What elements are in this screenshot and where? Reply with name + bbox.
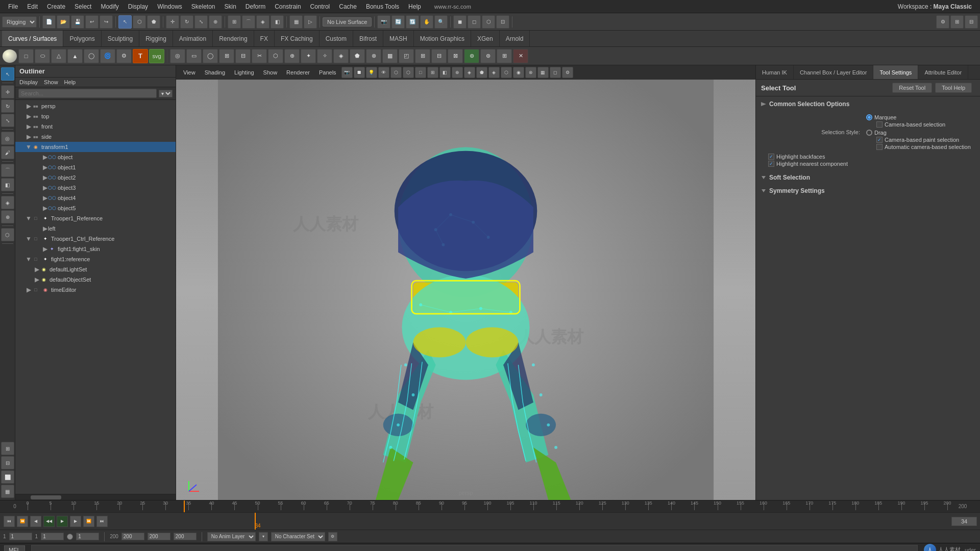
display-btn3[interactable]: ⬡ [482, 15, 495, 29]
vp-icon-btn-7[interactable]: ⊞ [427, 67, 438, 78]
tab-rendering[interactable]: Rendering [213, 31, 254, 46]
expand-arrow[interactable]: ▶ [34, 277, 40, 283]
display-lt2[interactable]: ⊟ [1, 456, 14, 469]
shelf-extra3[interactable]: ⊞ [497, 49, 512, 63]
open-scene-btn[interactable]: 📂 [57, 15, 70, 29]
step-fwd-btn[interactable]: ▶ [70, 516, 81, 527]
paint-lt[interactable]: 🖌 [1, 146, 14, 159]
tab-curves---surfaces[interactable]: Curves / Surfaces [2, 31, 63, 46]
tab-fx-caching[interactable]: FX Caching [275, 31, 320, 46]
tree-item-Trooper1-Ctrl-Reference[interactable]: ▼□✦Trooper1_Ctrl_Reference [15, 234, 176, 244]
undo-btn[interactable]: ↩ [85, 15, 99, 29]
redo-btn[interactable]: ↪ [100, 15, 113, 29]
shelf-deform2[interactable]: ⊟ [431, 49, 447, 63]
rotate-btn[interactable]: ↻ [180, 15, 193, 29]
vp-icon-btn-11[interactable]: ⬟ [476, 67, 487, 78]
shelf-text[interactable]: T [133, 49, 148, 63]
shelf-edit7[interactable]: ⬟ [350, 49, 365, 63]
play-fwd-btn[interactable]: ▶ [57, 516, 68, 527]
dolly-btn[interactable]: 🔄 [391, 15, 405, 29]
tab-sculpting[interactable]: Sculpting [102, 31, 139, 46]
right-tab-attribute-editor[interactable]: Attribute Editor [918, 65, 968, 79]
tree-item-object5[interactable]: ▶⬡⬡object5 [15, 203, 176, 213]
menu-item-bonus-tools[interactable]: Bonus Tools [362, 2, 403, 11]
tree-item-transform1[interactable]: ▼◉transform1 [15, 142, 176, 152]
mel-btn[interactable]: MEL [4, 545, 25, 552]
vp-icon-btn-8[interactable]: ◧ [439, 67, 451, 78]
timeline-track[interactable]: 34 [113, 513, 946, 530]
vp-icon-btn-0[interactable]: 📷 [341, 67, 353, 78]
step-back-btn[interactable]: ◀ [30, 516, 41, 527]
camera-paint-checkbox[interactable] [876, 137, 883, 143]
vp-icon-btn-13[interactable]: ⬡ [501, 67, 512, 78]
shelf-sphere[interactable]: ○ [2, 49, 17, 63]
shelf-extra4[interactable]: ✕ [513, 49, 528, 63]
right-tab-human-ik[interactable]: Human IK [756, 65, 794, 79]
vp-icon-btn-12[interactable]: ◈ [488, 67, 500, 78]
shelf-edit9[interactable]: ▦ [382, 49, 398, 63]
right-btn2[interactable]: ⊞ [950, 15, 964, 29]
move-tool-lt[interactable]: ✛ [1, 85, 14, 98]
search-input[interactable] [18, 89, 157, 98]
snap-curve-btn[interactable]: ⌒ [242, 15, 255, 29]
expand-arrow[interactable]: ▶ [42, 246, 48, 252]
shelf-edit6[interactable]: ◈ [333, 49, 349, 63]
menu-item-control[interactable]: Control [306, 2, 334, 11]
outliner-menu-display[interactable]: Display [19, 79, 38, 85]
select-tool-btn[interactable]: ↖ [118, 15, 132, 29]
shelf-deform3[interactable]: ⊠ [448, 49, 463, 63]
save-scene-btn[interactable]: 💾 [71, 15, 84, 29]
curve-lt[interactable]: ⌒ [1, 164, 14, 177]
expand-arrow[interactable]: ▶ [34, 266, 40, 272]
mode-dropdown[interactable]: Rigging [2, 16, 37, 28]
expand-arrow[interactable]: ▼ [26, 144, 32, 150]
shelf-edit2[interactable]: ⬡ [268, 49, 283, 63]
highlight-backfaces-checkbox[interactable] [768, 154, 774, 160]
shelf-edit4[interactable]: ✦ [301, 49, 316, 63]
tree-item-object3[interactable]: ▶⬡⬡object3 [15, 183, 176, 193]
shelf-helix[interactable]: 🌀 [100, 49, 115, 63]
play-end-input[interactable] [148, 533, 170, 540]
drag-radio[interactable] [866, 130, 872, 136]
viewport[interactable]: ViewShadingLightingShowRendererPanels📷🔲💡… [176, 65, 755, 500]
tree-item-timeEditor[interactable]: ▶□◉timeEditor [15, 285, 176, 295]
tool-help-btn[interactable]: Tool Help [935, 83, 972, 93]
display-lt3[interactable]: ⬜ [1, 470, 14, 484]
play-start-input[interactable] [41, 533, 64, 540]
expand-arrow[interactable]: ▶ [42, 174, 48, 181]
expand-arrow[interactable]: ▶ [42, 154, 48, 160]
viewport-menu-lighting[interactable]: Lighting [230, 68, 258, 77]
tree-item-top[interactable]: ▶■■top [15, 111, 176, 121]
scroll-thumb[interactable] [31, 495, 61, 499]
shelf-edit1[interactable]: ✂ [252, 49, 267, 63]
tree-item-fight1-reference[interactable]: ▼□✦fight1:reference [15, 254, 176, 264]
menu-item-modify[interactable]: Modify [96, 2, 122, 11]
expand-arrow[interactable]: ▶ [42, 226, 48, 232]
viewport-menu-panels[interactable]: Panels [315, 68, 340, 77]
expand-arrow[interactable]: ▶ [26, 134, 32, 140]
snap-surface-btn[interactable]: ◧ [271, 15, 284, 29]
common-selection-section-header[interactable]: Common Selection Options [756, 98, 980, 110]
end-frame-input[interactable] [121, 533, 144, 540]
vp-icon-btn-4[interactable]: ⬡ [390, 67, 402, 78]
right-btn3[interactable]: ⊟ [965, 15, 978, 29]
play-back-btn[interactable]: ◀◀ [43, 516, 55, 527]
prev-key-btn[interactable]: ⏪ [17, 516, 28, 527]
highlight-nearest-checkbox[interactable] [768, 161, 774, 167]
expand-arrow[interactable]: ▼ [26, 215, 32, 221]
shelf-cone[interactable]: △ [51, 49, 66, 63]
command-line[interactable] [31, 545, 918, 552]
search-filter[interactable]: ▾ [159, 90, 173, 97]
right-tab-tool-settings[interactable]: Tool Settings [873, 65, 918, 79]
tab-bifrost[interactable]: Bifrost [353, 31, 383, 46]
anim-layer-select[interactable]: No Anim Layer [207, 532, 256, 541]
move-btn[interactable]: ✛ [166, 15, 179, 29]
rotate-tool-lt[interactable]: ↻ [1, 99, 14, 113]
shelf-plane[interactable]: ▭ [186, 49, 202, 63]
render-btn[interactable]: ▷ [304, 15, 317, 29]
char-set-btn[interactable]: ⚙ [328, 532, 337, 541]
tab-fx[interactable]: FX [254, 31, 275, 46]
scale-btn[interactable]: ⤡ [194, 15, 208, 29]
orbit-btn[interactable]: 🔃 [406, 15, 419, 29]
viewport-menu-shading[interactable]: Shading [201, 68, 229, 77]
